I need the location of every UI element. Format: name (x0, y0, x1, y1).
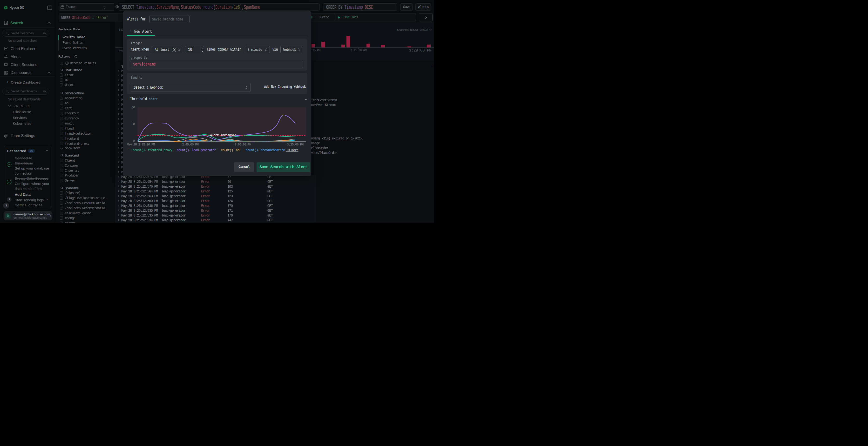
svg-text:frontend-proxy: frontend-proxy (148, 148, 173, 152)
svg-text:count(): count() (177, 148, 189, 152)
svg-text:·: · (145, 148, 146, 152)
svg-text:load-generator: load-generator (192, 148, 216, 152)
svg-text:ad: ad (236, 148, 240, 152)
svg-text:3:05:00 PM: 3:05:00 PM (235, 143, 251, 146)
svg-text:·: · (189, 148, 190, 152)
svg-text:recommendation: recommendation (261, 148, 285, 152)
svg-text:30: 30 (131, 123, 135, 126)
svg-text:60: 60 (131, 106, 135, 109)
svg-text:3:25:00 PM: 3:25:00 PM (287, 143, 303, 146)
svg-text:Alert Threshold: Alert Threshold (210, 133, 236, 137)
svg-text:count(): count() (133, 148, 145, 152)
svg-text:·: · (233, 148, 235, 152)
svg-text:·: · (258, 148, 259, 152)
svg-text:+3 more: +3 more (286, 148, 299, 152)
svg-text:count(): count() (221, 148, 233, 152)
svg-text:May 28 2:25:00 PM: May 28 2:25:00 PM (127, 143, 155, 146)
svg-text:2:45:00 PM: 2:45:00 PM (182, 143, 198, 146)
svg-text:count(): count() (246, 148, 258, 152)
